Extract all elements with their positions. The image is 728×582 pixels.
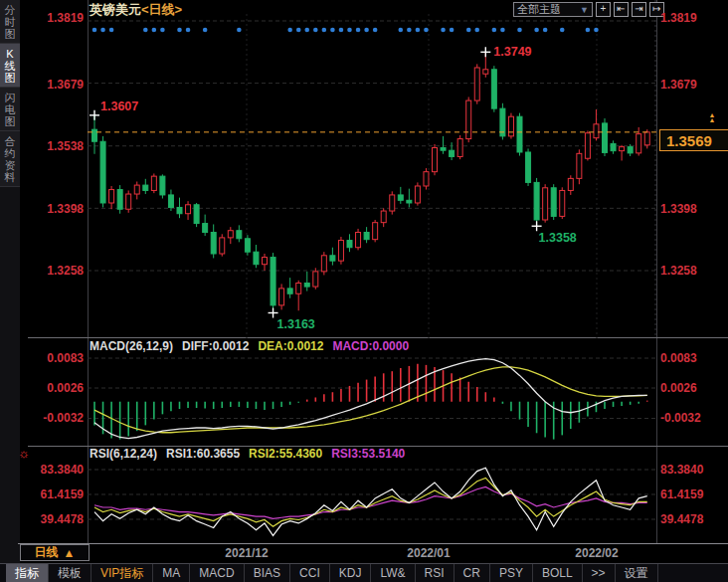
compress-right-icon[interactable]: ⇥: [632, 2, 646, 17]
chart-tool-buttons: +⇤⇥↦: [596, 2, 664, 17]
rsi-axis-label: 83.3840: [660, 463, 703, 477]
price-axis-label: 1.3538: [26, 139, 84, 153]
macd-axis-label: 0.0026: [26, 381, 84, 395]
symbol-name: 英镑美元: [90, 2, 141, 17]
rsi-params: RSI(6,12,24): [90, 447, 157, 461]
compress-left-icon[interactable]: ⇤: [614, 2, 629, 17]
macd-axis-label: -0.0032: [660, 411, 701, 425]
current-price-badge: 1.3569: [659, 129, 728, 151]
toolbar-item-8[interactable]: KDJ: [330, 564, 372, 582]
toolbar-item-1[interactable]: 指标: [6, 564, 49, 582]
crosshair-icon[interactable]: +: [596, 2, 611, 17]
chart-app: 分时图K线图闪电图合约资料 1.36071.37491.33581.3163 英…: [0, 0, 728, 582]
period-up-arrow-icon: ▲: [64, 546, 76, 560]
rsi-header: RSI(6,12,24)RSI1:60.3655RSI2:55.4360RSI3…: [90, 447, 405, 461]
toolbar-item-7[interactable]: CCI: [290, 564, 330, 582]
sidebar-tab-1[interactable]: 分时图: [0, 0, 20, 44]
toolbar-item-15[interactable]: 设置: [616, 564, 658, 582]
toolbar-item-14[interactable]: >>: [583, 564, 616, 582]
price-axis-label: 1.3258: [660, 264, 697, 278]
toolbar-item-2[interactable]: 模板: [49, 564, 91, 582]
macd-axis-label: 0.0083: [660, 351, 697, 365]
price-axis-label: 1.3679: [660, 78, 697, 92]
rsi3-value: RSI3:53.5140: [331, 447, 405, 461]
price-axis-label: 1.3679: [26, 78, 84, 92]
theme-dropdown-label: 全部主题: [517, 2, 561, 17]
price-axis-label: 1.3398: [660, 202, 697, 216]
price-annotation-swing_low: 1.3358: [539, 231, 577, 245]
period-tag: <日线>: [141, 2, 182, 17]
price-axis-label: 1.3819: [26, 11, 84, 25]
price-annotation-bottom_low: 1.3163: [277, 317, 315, 331]
macd-dea-value: DEA:0.0012: [258, 339, 323, 353]
theme-dropdown[interactable]: 全部主题 ▼: [513, 2, 593, 17]
macd-diff-value: DIFF:0.0012: [182, 339, 249, 353]
rsi-axis-label: 61.4159: [660, 487, 703, 501]
toolbar-item-4[interactable]: MA: [153, 564, 190, 582]
chevron-down-icon: ▼: [580, 5, 589, 15]
sidebar-tab-4[interactable]: 合约资料: [0, 131, 20, 187]
rsi-axis-label: 39.4478: [26, 512, 84, 526]
price-up-arrows-icon: ▲▲: [707, 112, 717, 122]
rsi-axis-label: 83.3840: [26, 463, 84, 477]
toolbar-item-10[interactable]: RSI: [416, 564, 455, 582]
price-axis-label: 1.3258: [26, 264, 84, 278]
macd-chart[interactable]: [88, 338, 656, 446]
sidebar-tab-3[interactable]: 闪电图: [0, 88, 20, 131]
rsi-axis-label: 39.4478: [660, 512, 703, 526]
indicator-toolbar: 指标模板VIP指标MAMACDBIASCCIKDJLW&RSICRPSYBOLL…: [0, 563, 728, 582]
indicator-settings-icon[interactable]: ☼: [18, 446, 30, 461]
toolbar-item-12[interactable]: PSY: [490, 564, 533, 582]
toolbar-item-5[interactable]: MACD: [190, 564, 244, 582]
macd-macd-value: MACD:0.0000: [332, 339, 409, 353]
price-annotation-first_high: 1.3607: [100, 99, 138, 113]
x-axis-date-2: 2022/01: [389, 546, 468, 560]
rsi1-value: RSI1:60.3655: [166, 447, 240, 461]
x-axis-date-1: 2021/12: [207, 546, 286, 560]
period-label: 日线: [35, 544, 59, 561]
macd-params: MACD(26,12,9): [90, 339, 173, 353]
macd-header: MACD(26,12,9)DIFF:0.0012DEA:0.0012MACD:0…: [90, 339, 409, 353]
price-annotation-peak_high: 1.3749: [493, 45, 531, 59]
macd-axis-label: 0.0083: [26, 351, 84, 365]
toolbar-item-9[interactable]: LW&: [371, 564, 415, 582]
rsi-axis-label: 61.4159: [26, 487, 84, 501]
toolbar-item-3[interactable]: VIP指标: [91, 564, 153, 582]
macd-axis-label: 0.0026: [660, 381, 697, 395]
price-axis-label: 1.3819: [660, 11, 697, 25]
x-axis-date-3: 2022/02: [557, 546, 637, 560]
price-axis-label: 1.3398: [26, 202, 84, 216]
toolbar-item-11[interactable]: CR: [455, 564, 490, 582]
sidebar: 分时图K线图闪电图合约资料: [0, 0, 20, 563]
toolbar-item-13[interactable]: BOLL: [533, 564, 583, 582]
chart-title: 英镑美元<日线>: [90, 1, 182, 19]
date-row-border: [18, 543, 728, 544]
macd-axis-label: -0.0032: [26, 411, 84, 425]
sidebar-tab-2[interactable]: K线图: [0, 44, 20, 88]
plot-right-border: [656, 0, 657, 543]
candlestick-chart[interactable]: 1.36071.37491.33581.3163: [88, 0, 656, 338]
toolbar-item-6[interactable]: BIAS: [245, 564, 290, 582]
rsi2-value: RSI2:55.4360: [249, 447, 322, 461]
period-selector[interactable]: 日线 ▲: [20, 544, 90, 561]
